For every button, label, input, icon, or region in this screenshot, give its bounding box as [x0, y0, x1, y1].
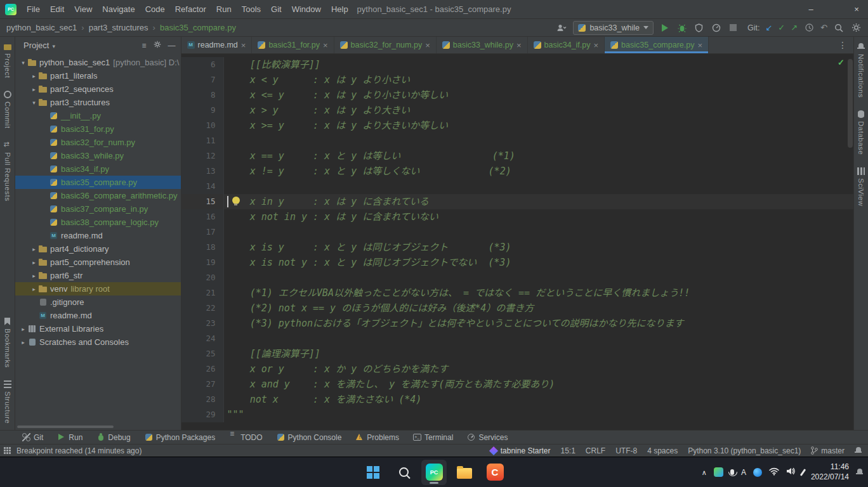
code-text[interactable] — [224, 270, 853, 285]
chevron-down-icon[interactable] — [49, 41, 55, 50]
editor-line[interactable]: 10 x >= y : x は y より大きいか等しい — [181, 118, 853, 133]
project-tree-item[interactable]: readme.md — [15, 229, 181, 242]
code-text[interactable]: x is y : x と y は同じオブジェクト (*3) — [224, 240, 853, 255]
line-number[interactable]: 27 — [181, 377, 224, 392]
line-number[interactable]: 29 — [181, 407, 224, 422]
editor-line[interactable]: 13 x != y : x と y は等しくない (*2) — [181, 164, 853, 179]
tray-app-icon[interactable] — [714, 467, 723, 477]
project-tree-item[interactable]: part2_sequences — [15, 82, 181, 96]
close-icon[interactable] — [241, 41, 246, 50]
menu-item[interactable]: Tools — [237, 0, 266, 19]
expand-chevron-icon[interactable] — [30, 86, 38, 93]
tool-window-button[interactable]: Bookmarks — [4, 311, 11, 374]
horizontal-scrollbar[interactable] — [17, 425, 114, 428]
profiler-button[interactable] — [711, 22, 722, 34]
line-number[interactable]: 16 — [181, 209, 224, 224]
project-tree-item[interactable]: basic38_compare_logic.py — [15, 216, 181, 229]
taskbar-search-button[interactable] — [391, 460, 416, 485]
line-number[interactable]: 22 — [181, 301, 224, 316]
editor-line[interactable]: 6 [[比較演算子]] — [181, 57, 853, 72]
code-text[interactable]: (*3) pythonにおける「オブジェクト」とは何ぞやということについての説明… — [224, 316, 853, 331]
breadcrumb-item[interactable]: part3_structures — [77, 23, 148, 32]
wifi-icon[interactable] — [769, 467, 779, 477]
project-tree-item[interactable]: part3_structures — [15, 96, 181, 109]
project-tree-item[interactable]: basic36_compare_arithmetic.py — [15, 189, 181, 202]
debug-button[interactable] — [676, 22, 688, 34]
tool-window-button[interactable]: Terminal — [406, 431, 460, 444]
code-text[interactable] — [224, 331, 853, 346]
expand-chevron-icon[interactable] — [19, 326, 27, 332]
editor-line[interactable]: 28 not x : x を満たさない (*4) — [181, 392, 853, 407]
tool-window-button[interactable]: TODO — [222, 431, 269, 444]
editor-line[interactable]: 23 (*3) pythonにおける「オブジェクト」とは何ぞやということについて… — [181, 316, 853, 331]
close-button[interactable]: × — [845, 0, 868, 19]
breadcrumb-item[interactable]: basic35_compare.py — [148, 23, 236, 32]
stop-button[interactable] — [728, 22, 739, 34]
editor-line[interactable]: 15 x in y : x は y に含まれている — [181, 194, 853, 209]
line-number[interactable]: 14 — [181, 179, 224, 194]
project-tree-item[interactable]: External Libraries — [15, 322, 181, 335]
editor-line[interactable]: 25 [[論理演算子]] — [181, 346, 853, 361]
project-tree-item[interactable]: basic37_compare_in.py — [15, 202, 181, 216]
code-text[interactable] — [224, 224, 853, 240]
editor-line[interactable]: 16 x not in y : x は y に含まれていない — [181, 209, 853, 224]
menu-item[interactable]: Run — [211, 0, 237, 19]
editor-line[interactable]: 17 — [181, 224, 853, 240]
project-tree-item[interactable]: basic34_if.py — [15, 162, 181, 176]
microphone-icon[interactable] — [730, 469, 734, 475]
tool-window-button[interactable]: Notifications — [857, 37, 865, 104]
close-icon[interactable] — [425, 41, 430, 50]
project-tree-item[interactable]: part6_str — [15, 269, 181, 282]
line-number[interactable]: 26 — [181, 361, 224, 377]
expand-chevron-icon[interactable] — [30, 100, 38, 106]
editor-line[interactable]: 12 x == y : x と y は等しい (*1) — [181, 148, 853, 164]
line-number[interactable]: 15 — [181, 194, 224, 209]
line-number[interactable]: 7 — [181, 72, 224, 88]
editor-tab[interactable]: basic34_if.py — [528, 37, 605, 53]
code-text[interactable]: [[比較演算子]] — [224, 57, 853, 72]
line-number[interactable]: 20 — [181, 270, 224, 285]
expand-chevron-icon[interactable] — [30, 273, 38, 279]
tool-window-button[interactable]: SciView — [857, 161, 865, 212]
code-text[interactable]: x > y : x は y より大きい — [224, 103, 853, 118]
editor-tab[interactable]: readme.md — [181, 37, 253, 53]
editor-tab[interactable]: basic32_for_num.py — [334, 37, 437, 53]
editor-line[interactable]: 9 x > y : x は y より大きい — [181, 103, 853, 118]
editor-line[interactable]: 21 (*1) エクセルVBA以外触ったことがない方は、 = ではなく == だ… — [181, 285, 853, 301]
editor-tab[interactable]: basic33_while.py — [437, 37, 528, 53]
python-interpreter[interactable]: Python 3.10 (python_basic_sec1) — [688, 446, 801, 455]
line-number[interactable]: 6 — [181, 57, 224, 72]
menu-item[interactable]: File — [22, 0, 45, 19]
line-number[interactable]: 18 — [181, 240, 224, 255]
line-number[interactable]: 28 — [181, 392, 224, 407]
search-everywhere-icon[interactable] — [833, 22, 845, 34]
menu-item[interactable]: View — [69, 0, 97, 19]
tray-blue-app-icon[interactable] — [753, 468, 762, 477]
expand-chevron-icon[interactable] — [30, 73, 38, 79]
menu-item[interactable]: Help — [326, 0, 353, 19]
maximize-button[interactable] — [822, 0, 845, 19]
line-number[interactable]: 17 — [181, 224, 224, 240]
code-text[interactable]: [[論理演算子]] — [224, 346, 853, 361]
ime-indicator[interactable]: A — [741, 468, 746, 477]
line-number[interactable]: 8 — [181, 88, 224, 103]
panel-settings-gear-icon[interactable] — [154, 41, 161, 50]
editor-line[interactable]: 24 — [181, 331, 853, 346]
code-text[interactable]: (*1) エクセルVBA以外触ったことがない方は、 = ではなく == だという… — [224, 285, 853, 301]
project-tree-item[interactable]: basic31_for.py — [15, 122, 181, 136]
inspection-ok-icon[interactable] — [838, 58, 845, 67]
settings-gear-icon[interactable] — [850, 22, 862, 34]
editor-line[interactable]: 26 x or y : x か y のどちらかを満たす — [181, 361, 853, 377]
more-tabs-icon[interactable] — [832, 39, 853, 51]
expand-chevron-icon[interactable] — [19, 60, 27, 66]
line-number[interactable]: 24 — [181, 331, 224, 346]
line-number[interactable]: 9 — [181, 103, 224, 118]
taskbar-pycharm-button[interactable]: PC — [421, 460, 447, 485]
tool-window-button[interactable]: Python Console — [270, 431, 349, 444]
editor-line[interactable]: 11 — [181, 133, 853, 148]
menu-item[interactable]: Edit — [45, 0, 69, 19]
editor-line[interactable]: 19 x is not y : x と y は同じオブジェクトでない (*3) — [181, 255, 853, 270]
project-tree-item[interactable]: basic35_compare.py — [15, 176, 181, 189]
tool-window-switcher-icon[interactable] — [4, 447, 11, 454]
pen-icon[interactable] — [800, 469, 806, 476]
